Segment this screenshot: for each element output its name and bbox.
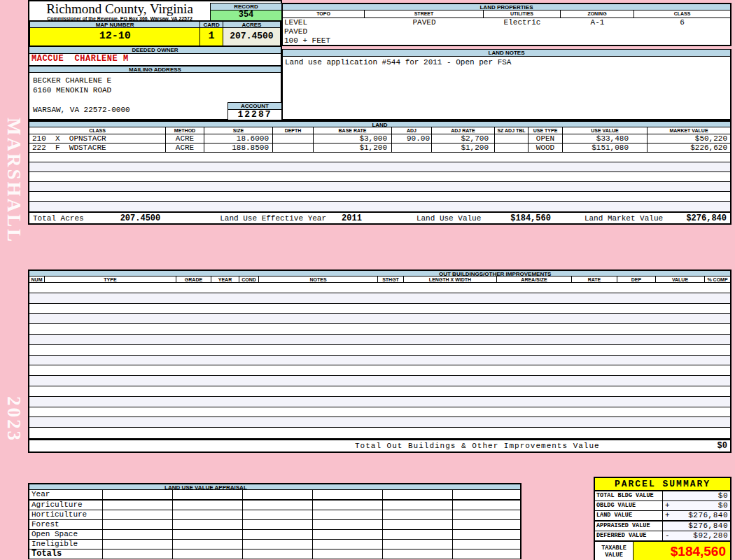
topo-line: PAVED (284, 27, 365, 36)
col-use-value: USE VALUE (563, 127, 648, 134)
col-size: SIZE (204, 127, 273, 134)
appraisal-row: Forest (29, 520, 520, 530)
empty-row (29, 192, 730, 202)
col-utilities: UTILITIES (484, 10, 561, 18)
map-number-value: 12-10 (29, 28, 200, 46)
land-notes-title: LAND NOTES (282, 49, 732, 57)
land-empty-rows (28, 153, 732, 211)
out-buildings-total-value: $0 (718, 441, 727, 451)
empty-row (29, 182, 730, 192)
empty-row (29, 356, 730, 366)
col-type: TYPE (45, 276, 176, 282)
topo-line: LEVEL (284, 18, 365, 27)
appraisal-row: Horticulture (29, 510, 520, 520)
land-notes-text: Land use application #544 for 2011 - Ope… (282, 57, 732, 120)
out-buildings-title: OUT BUILDINGS/OTHER IMPROVEMENTS (28, 270, 732, 276)
col-method: METHOD (166, 127, 204, 134)
commissioner-line: Commissioner of the Revenue, PO Box 366,… (29, 16, 210, 21)
col-area-size: AREA/SIZE (497, 276, 572, 282)
parcel-summary-row: LAND VALUE +$276,840 (595, 511, 730, 522)
property-record-card: MARSHALL 2023 Richmond County, Virginia … (0, 0, 735, 560)
col-dep: DEP (617, 276, 656, 282)
out-buildings-empty-rows (28, 283, 732, 440)
col-class: CLASS (634, 10, 730, 18)
map-card-acres-row: MAP NUMBER 12-10 CARD 1 ACRES 207.4500 (28, 21, 282, 46)
col-num: NUM (29, 276, 45, 282)
operator: + (663, 511, 673, 520)
col-base-rate: BASE RATE (314, 127, 392, 134)
taxable-value-amount: $184,560 (634, 542, 730, 560)
land-use-value-label: Land Use Value (416, 214, 481, 223)
land-market-value-value: $276,840 (686, 214, 727, 223)
parcel-summary-section: PARCEL SUMMARY TOTAL BLDG VALUE $0 OBLDG… (594, 477, 732, 560)
col-year: YEAR (211, 276, 239, 282)
map-number-label: MAP NUMBER (29, 21, 200, 28)
card-label: CARD (200, 21, 223, 28)
out-buildings-total-label: Total Out Buildings & Other Improvements… (355, 442, 600, 450)
address-line: 6160 MENOKIN ROAD (33, 85, 281, 95)
empty-row (29, 324, 730, 335)
col-cond: COND (239, 276, 259, 282)
parcel-summary-row: OBLDG VALUE +$0 (595, 501, 730, 511)
topo-line: 100 + FEET (284, 36, 365, 46)
land-title: LAND (28, 120, 732, 127)
col-grade: GRADE (176, 276, 211, 282)
effective-year-label: Land Use Effective Year (220, 214, 326, 223)
empty-row (29, 417, 730, 428)
empty-row (29, 376, 730, 386)
land-market-value-label: Land Market Value (584, 214, 663, 223)
land-totals-row: Total Acres 207.4500 Land Use Effective … (28, 211, 732, 225)
appraisal-row: Agriculture (29, 500, 520, 510)
empty-row (29, 172, 730, 182)
operator (663, 491, 673, 500)
col-notes: NOTES (259, 276, 378, 282)
col-adj-rate: ADJ RATE (432, 127, 495, 134)
land-use-appraisal-table: Year Agriculture Horticulture Forest Ope… (28, 490, 522, 559)
parcel-summary-row: DEFERRED VALUE -$92,280 (595, 531, 730, 542)
deeded-owner-value: MACCUE CHARLENE M (28, 54, 282, 66)
land-header-row: CLASS METHOD SIZE DEPTH BASE RATE ADJ AD… (28, 127, 732, 134)
sidebar-county-label: MARSHALL (3, 118, 24, 244)
mailing-address-label: MAILING ADDRESS (28, 66, 282, 73)
parcel-summary-title: PARCEL SUMMARY (595, 478, 730, 491)
empty-row (29, 386, 730, 397)
col-rate: RATE (572, 276, 617, 282)
col-zoning: ZONING (561, 10, 634, 18)
empty-row (29, 293, 730, 304)
account-value: 12287 (227, 110, 282, 120)
empty-row (29, 407, 730, 418)
operator: - (663, 531, 673, 540)
col-pct-comp: % COMP (705, 276, 730, 282)
col-class: CLASS (29, 127, 166, 134)
empty-row (29, 162, 730, 172)
col-length-width: LENGTH X WIDTH (404, 276, 497, 282)
col-market-value: MARKET VALUE (648, 127, 730, 134)
operator: + (663, 501, 673, 510)
account-box: ACCOUNT 12287 (227, 102, 282, 120)
land-use-value-value: $184,560 (510, 214, 551, 223)
empty-row (29, 365, 730, 376)
col-street: STREET (365, 10, 484, 18)
acres-label: ACRES (223, 21, 281, 28)
class-value: 6 (634, 18, 730, 45)
card-value: 1 (200, 28, 223, 46)
land-properties-title: LAND PROPERTIES (282, 3, 732, 10)
col-sz-adj-tbl: SZ ADJ TBL (495, 127, 528, 134)
sidebar-year-label: 2023 (3, 396, 24, 442)
empty-row (29, 304, 730, 314)
appraisal-row: Totals (29, 550, 520, 559)
county-title: Richmond County, Virginia (29, 1, 210, 16)
appraisal-row: Year (29, 490, 520, 500)
out-buildings-total-row: Total Out Buildings & Other Improvements… (28, 439, 732, 453)
deeded-owner-label: DEEDED OWNER (28, 46, 282, 54)
parcel-summary-row: APPRAISED VALUE $276,840 (595, 522, 730, 531)
land-row: 210 X OPNSTACR ACRE 18.6000 $3,000 90.00… (28, 134, 732, 144)
taxable-value-label: TAXABLE VALUE (595, 542, 634, 560)
land-properties-section: LAND PROPERTIES TOPO STREET UTILITIES ZO… (282, 3, 732, 46)
street-value: PAVED (365, 18, 484, 45)
empty-row (29, 314, 730, 324)
land-notes-section: LAND NOTES Land use application #544 for… (282, 49, 732, 120)
empty-row (29, 335, 730, 345)
empty-row (29, 428, 730, 438)
zoning-value: A-1 (561, 18, 634, 45)
